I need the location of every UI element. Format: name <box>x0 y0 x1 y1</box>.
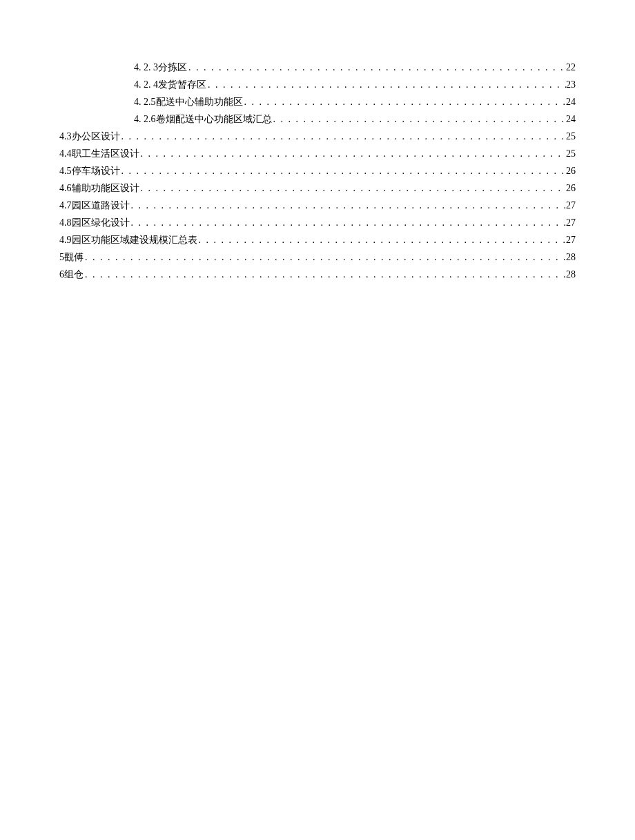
toc-label: 5觀傅 <box>59 249 84 266</box>
toc-page: 27 <box>566 215 576 231</box>
toc-page: 23 <box>566 77 576 93</box>
toc-page: 28 <box>566 266 576 283</box>
toc-label: 4. 2.6卷烟配送中心功能区域汇总 <box>134 111 272 128</box>
toc-label: 4.7园区道路设计 <box>59 197 130 214</box>
toc-leader <box>120 128 567 145</box>
toc-entry: 4. 2. 4发货暂存区 23 <box>59 77 576 93</box>
toc-entry: 4. 2.5配送中心辅助功能区 24 <box>59 94 576 110</box>
toc-page: 22 <box>566 59 576 76</box>
toc-label: 4. 2. 4发货暂存区 <box>134 77 206 93</box>
toc-page: 26 <box>566 180 576 197</box>
toc-leader <box>120 163 567 179</box>
toc-page: 27 <box>566 197 576 214</box>
toc-container: 4. 2. 3分拣区 22 4. 2. 4发货暂存区 23 4. 2.5配送中心… <box>0 59 635 283</box>
toc-leader <box>187 59 566 76</box>
toc-page: 27 <box>566 232 576 248</box>
toc-page: 28 <box>566 249 576 266</box>
toc-page: 25 <box>566 146 576 162</box>
toc-entry: 4.7园区道路设计 27 <box>59 197 576 214</box>
toc-label: 4.5停车场设计 <box>59 163 120 179</box>
toc-leader <box>243 94 567 110</box>
toc-label: 4.4职工生活区设计 <box>59 146 139 162</box>
toc-leader <box>84 249 566 266</box>
toc-entry: 4.9园区功能区域建设规模汇总表 27 <box>59 232 576 248</box>
toc-page: 24 <box>566 94 576 110</box>
toc-entry: 4.5停车场设计 26 <box>59 163 576 179</box>
toc-leader <box>272 111 567 128</box>
toc-leader <box>130 197 567 214</box>
toc-entry: 4.4职工生活区设计 25 <box>59 146 576 162</box>
toc-entry: 6组仓 28 <box>59 266 576 283</box>
toc-page: 25 <box>566 128 576 145</box>
toc-label: 4. 2. 3分拣区 <box>134 59 187 76</box>
toc-leader <box>139 180 567 197</box>
toc-label: 4. 2.5配送中心辅助功能区 <box>134 94 243 110</box>
toc-label: 4.9园区功能区域建设规模汇总表 <box>59 232 197 248</box>
toc-leader <box>84 266 566 283</box>
toc-entry: 4.3办公区设计 25 <box>59 128 576 145</box>
toc-entry: 4. 2. 3分拣区 22 <box>59 59 576 76</box>
toc-page: 24 <box>566 111 576 128</box>
toc-leader <box>206 77 566 93</box>
toc-leader <box>139 146 567 162</box>
toc-entry: 4.8园区绿化设计 27 <box>59 215 576 231</box>
toc-page: 26 <box>566 163 576 179</box>
toc-entry: 4. 2.6卷烟配送中心功能区域汇总 24 <box>59 111 576 128</box>
toc-label: 6组仓 <box>59 266 84 283</box>
toc-leader <box>197 232 567 248</box>
toc-entry: 4.6辅助功能区设计 26 <box>59 180 576 197</box>
toc-label: 4.8园区绿化设计 <box>59 215 130 231</box>
toc-entry: 5觀傅 28 <box>59 249 576 266</box>
toc-label: 4.6辅助功能区设计 <box>59 180 139 197</box>
toc-leader <box>130 215 567 231</box>
toc-label: 4.3办公区设计 <box>59 128 120 145</box>
